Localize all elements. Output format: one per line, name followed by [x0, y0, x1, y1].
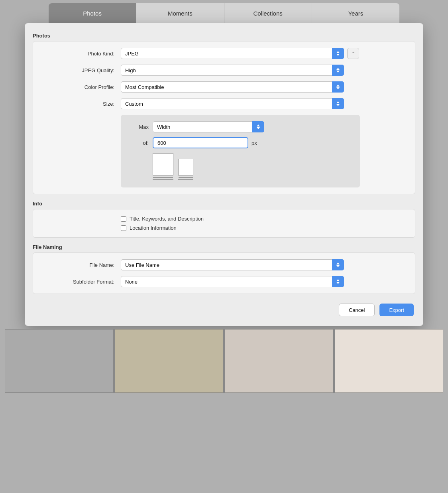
button-row: Cancel Export — [33, 304, 415, 316]
portrait-icon[interactable] — [153, 153, 173, 176]
color-profile-row: Color Profile: Most Compatible — [41, 81, 407, 93]
px-input-group: px — [153, 137, 257, 148]
max-width-row: Max Width — [129, 121, 352, 132]
location-checkbox-row: Location Information — [121, 225, 407, 231]
file-naming-section-title: File Naming — [33, 244, 415, 250]
jpeg-quality-select-wrapper: High — [121, 65, 344, 76]
tab-bar: Photos Moments Collections Years — [49, 3, 399, 23]
photo-thumb-4 — [335, 329, 443, 393]
size-orientation-icons — [153, 153, 352, 179]
info-section: Info Title, Keywords, and Description Lo… — [33, 201, 415, 238]
max-select-wrapper: Width — [153, 121, 264, 132]
photo-kind-label: Photo Kind: — [41, 51, 121, 57]
custom-size-panel: Max Width of: — [121, 115, 360, 187]
color-profile-select[interactable]: Most Compatible — [121, 81, 344, 93]
collapse-button[interactable]: ⌃ — [347, 48, 359, 59]
size-label: Size: — [41, 101, 121, 107]
jpeg-quality-select[interactable]: High — [121, 65, 344, 76]
photo-kind-select-wrapper: JPEG — [121, 48, 344, 59]
keywords-label: Title, Keywords, and Description — [130, 216, 204, 222]
color-profile-select-wrapper: Most Compatible — [121, 81, 344, 93]
max-label: Max — [129, 124, 153, 130]
info-section-title: Info — [33, 201, 415, 207]
px-unit-label: px — [252, 140, 257, 146]
px-row: of: px — [129, 137, 352, 148]
max-select[interactable]: Width — [153, 121, 264, 132]
location-checkbox[interactable] — [121, 225, 126, 231]
photo-thumb-1 — [5, 329, 113, 393]
photos-section: Photos Photo Kind: JPEG ⌃ JPEG Qua — [33, 33, 415, 194]
tab-moments[interactable]: Moments — [136, 3, 224, 23]
location-label: Location Information — [130, 225, 177, 231]
jpeg-quality-label: JPEG Quality: — [41, 67, 121, 73]
landscape-icon[interactable] — [178, 159, 193, 176]
of-label: of: — [129, 140, 153, 146]
photo-thumb-2 — [115, 329, 223, 393]
photos-section-title: Photos — [33, 33, 415, 39]
photo-strip — [5, 329, 443, 393]
tab-collections[interactable]: Collections — [224, 3, 312, 23]
size-select-wrapper: Custom — [121, 98, 344, 109]
photo-thumb-3 — [225, 329, 333, 393]
file-name-label: File Name: — [41, 262, 121, 268]
size-row: Size: Custom — [41, 98, 407, 109]
export-button[interactable]: Export — [379, 304, 414, 316]
file-name-select-wrapper: Use File Name — [121, 259, 344, 270]
info-section-box: Title, Keywords, and Description Locatio… — [33, 209, 415, 238]
photo-kind-row: Photo Kind: JPEG ⌃ — [41, 48, 407, 59]
export-dialog: Photos Photo Kind: JPEG ⌃ JPEG Qua — [25, 23, 423, 326]
file-name-row: File Name: Use File Name — [41, 259, 407, 270]
file-naming-section: File Naming File Name: Use File Name Sub… — [33, 244, 415, 294]
tab-years[interactable]: Years — [312, 3, 399, 23]
tab-photos[interactable]: Photos — [49, 3, 136, 23]
checkboxes: Title, Keywords, and Description Locatio… — [121, 216, 407, 231]
subfolder-format-select[interactable]: None — [121, 276, 344, 287]
keywords-checkbox-row: Title, Keywords, and Description — [121, 216, 407, 222]
size-select[interactable]: Custom — [121, 98, 344, 109]
px-input[interactable] — [153, 137, 248, 148]
photos-section-box: Photo Kind: JPEG ⌃ JPEG Quality: — [33, 41, 415, 194]
file-naming-section-box: File Name: Use File Name Subfolder Forma… — [33, 252, 415, 294]
subfolder-format-label: Subfolder Format: — [41, 279, 121, 285]
photo-kind-select[interactable]: JPEG — [121, 48, 344, 59]
file-name-select[interactable]: Use File Name — [121, 259, 344, 270]
cancel-button[interactable]: Cancel — [339, 304, 375, 316]
jpeg-quality-row: JPEG Quality: High — [41, 65, 407, 76]
subfolder-select-wrapper: None — [121, 276, 344, 287]
keywords-checkbox[interactable] — [121, 216, 126, 222]
subfolder-format-row: Subfolder Format: None — [41, 276, 407, 287]
color-profile-label: Color Profile: — [41, 84, 121, 90]
